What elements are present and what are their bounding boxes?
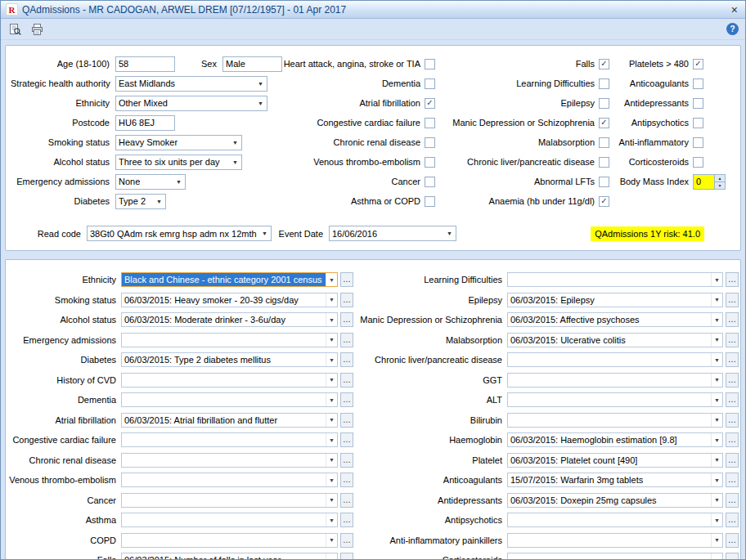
falls-history-dropdown[interactable]: 06/03/2015: Number of falls in last year… — [121, 553, 338, 560]
checkbox-anti-inflammatory[interactable] — [693, 137, 703, 148]
asthma-ellipsis-button[interactable]: … — [340, 513, 353, 527]
chronic-liver-pancreatic-disease-ellipsis-button[interactable]: … — [726, 352, 739, 367]
checkbox-congestive-cardiac-failure[interactable] — [425, 118, 435, 128]
postcode-input[interactable]: HU6 8EJ — [115, 115, 175, 131]
antidepressants-ellipsis-button[interactable]: … — [726, 493, 739, 508]
platelet-ellipsis-button[interactable]: … — [726, 453, 739, 468]
chronic-liver-pancreatic-disease-history-dropdown[interactable]: ▼ — [507, 352, 723, 367]
epilepsy-ellipsis-button[interactable]: … — [726, 293, 739, 307]
anaemia-hb-under-11g-dl-label: Anaemia (hb under 11g/dl) — [489, 196, 599, 206]
checkbox-platelets-480[interactable]: ✓ — [693, 59, 703, 69]
congestive-cardiac-failure-history-dropdown[interactable]: ▼ — [121, 432, 338, 447]
ethnicity-dropdown[interactable]: Other Mixed▼ — [115, 96, 267, 111]
falls-ellipsis-button[interactable]: … — [340, 553, 353, 560]
checkbox-asthma-or-copd[interactable] — [425, 196, 435, 207]
alt-history-dropdown[interactable]: ▼ — [507, 392, 723, 407]
ethnicity-ellipsis-button[interactable]: … — [340, 272, 353, 287]
history-of-cvd-ellipsis-button[interactable]: … — [340, 373, 353, 388]
age-18-100-input[interactable]: 58 — [115, 56, 175, 72]
event-date-dropdown[interactable]: 16/06/2016 ▼ — [329, 226, 456, 241]
malabsorption-ellipsis-button[interactable]: … — [726, 333, 739, 347]
alt-ellipsis-button[interactable]: … — [726, 392, 739, 407]
smoking-status-dropdown[interactable]: Heavy Smoker▼ — [115, 135, 242, 150]
emergency-admissions-dropdown[interactable]: None▼ — [115, 174, 186, 190]
history-row-diabetes: Diabetes06/03/2015: Type 2 diabetes mell… — [9, 352, 353, 368]
alcohol-status-history-value: 06/03/2015: Moderate drinker - 3-6u/day — [122, 313, 326, 326]
haemoglobin-ellipsis-button[interactable]: … — [726, 432, 739, 447]
spinner-up-icon[interactable]: ▲ — [715, 175, 725, 181]
asthma-history-dropdown[interactable]: ▼ — [121, 513, 338, 527]
history-of-cvd-history-dropdown[interactable]: ▼ — [121, 373, 338, 388]
atrial-fibrillation-history-dropdown[interactable]: 06/03/2015: Atrial fibrillation and flut… — [121, 413, 338, 428]
close-button[interactable]: × — [729, 4, 740, 16]
checkbox-chronic-renal-disease[interactable] — [425, 137, 435, 148]
chevron-down-icon: ▼ — [326, 553, 337, 560]
checkbox-anticoagulants[interactable] — [693, 78, 703, 89]
smoking-status-history-dropdown[interactable]: 06/03/2015: Heavy smoker - 20-39 cigs/da… — [121, 293, 338, 307]
checkbox-antidepressants[interactable] — [693, 98, 703, 109]
learning-difficulties-history-dropdown[interactable]: ▼ — [507, 272, 723, 287]
checkbox-atrial-fibrillation[interactable]: ✓ — [425, 98, 435, 109]
print-preview-button[interactable] — [5, 20, 25, 38]
alcohol-status-history-dropdown[interactable]: 06/03/2015: Moderate drinker - 3-6u/day▼ — [121, 312, 338, 327]
smoking-status-ellipsis-button[interactable]: … — [340, 293, 353, 307]
anti-inflammatory-painkillers-history-dropdown[interactable]: ▼ — [507, 533, 723, 548]
antipsychotics-history-dropdown[interactable]: ▼ — [507, 513, 723, 527]
venous-thrombo-embolism-ellipsis-button[interactable]: … — [340, 473, 353, 487]
manic-depression-or-schizophrenia-history-dropdown[interactable]: 06/03/2015: Affective psychoses▼ — [507, 312, 723, 327]
ggt-ellipsis-button[interactable]: … — [726, 373, 739, 388]
copd-history-dropdown[interactable]: ▼ — [121, 533, 338, 548]
print-icon — [30, 23, 44, 36]
learning-difficulties-ellipsis-button[interactable]: … — [726, 272, 739, 287]
app-logo-icon: R — [6, 3, 18, 16]
alcohol-status-ellipsis-button[interactable]: … — [340, 312, 353, 327]
alcohol-status-dropdown[interactable]: Three to six units per day▼ — [115, 155, 242, 170]
copd-ellipsis-button[interactable]: … — [340, 533, 353, 548]
anticoagulants-ellipsis-button[interactable]: … — [726, 473, 739, 487]
chronic-renal-disease-ellipsis-button[interactable]: … — [340, 453, 353, 468]
manic-depression-or-schizophrenia-ellipsis-button[interactable]: … — [726, 312, 739, 327]
checkbox-corticosteroids[interactable] — [693, 157, 703, 168]
checkbox-dementia[interactable] — [425, 78, 435, 89]
read-code-dropdown[interactable]: 38Gt0 QAdm rsk emrg hsp adm nx 12mth ▼ — [87, 226, 272, 241]
epilepsy-history-dropdown[interactable]: 06/03/2015: Epilepsy▼ — [507, 293, 723, 307]
malabsorption-history-dropdown[interactable]: 06/03/2015: Ulcerative colitis▼ — [507, 333, 723, 347]
diabetes-history-dropdown[interactable]: 06/03/2015: Type 2 diabetes mellitus▼ — [121, 352, 338, 367]
dementia-ellipsis-button[interactable]: … — [340, 392, 353, 407]
atrial-fibrillation-ellipsis-button[interactable]: … — [340, 413, 353, 428]
venous-thrombo-embolism-history-dropdown[interactable]: ▼ — [121, 473, 338, 487]
strategic-health-authority-dropdown[interactable]: East Midlands▼ — [115, 76, 267, 92]
bilirubin-history-dropdown[interactable]: ▼ — [507, 413, 723, 428]
antipsychotics-ellipsis-button[interactable]: … — [726, 513, 739, 527]
checkbox-heart-attack-angina-stroke-or-tia[interactable] — [425, 59, 435, 69]
dementia-history-dropdown[interactable]: ▼ — [121, 392, 338, 407]
checkbox-antipsychotics[interactable] — [693, 118, 703, 128]
ggt-history-dropdown[interactable]: ▼ — [507, 373, 723, 388]
corticosteroids-history-dropdown[interactable]: ▼ — [507, 553, 723, 560]
spinner-down-icon[interactable]: ▼ — [715, 181, 725, 189]
chronic-renal-disease-history-dropdown[interactable]: ▼ — [121, 453, 338, 468]
corticosteroids-ellipsis-button[interactable]: … — [726, 553, 739, 560]
bilirubin-ellipsis-button[interactable]: … — [726, 413, 739, 428]
haemoglobin-history-dropdown[interactable]: 06/03/2015: Haemoglobin estimation [9.8]… — [507, 432, 723, 447]
antidepressants-history-label: Antidepressants — [357, 495, 507, 505]
cancer-ellipsis-button[interactable]: … — [340, 493, 353, 508]
print-button[interactable] — [27, 20, 47, 38]
checkbox-venous-thrombo-embolism[interactable] — [425, 157, 435, 168]
help-button[interactable]: ? — [726, 23, 739, 35]
body-mass-index-input[interactable]: 0▲▼ — [693, 174, 726, 190]
emergency-admissions-history-dropdown[interactable]: ▼ — [121, 333, 338, 347]
diabetes-dropdown[interactable]: Type 2▼ — [115, 194, 166, 209]
platelet-history-dropdown[interactable]: 06/03/2015: Platelet count [490]▼ — [507, 453, 723, 468]
congestive-cardiac-failure-ellipsis-button[interactable]: … — [340, 432, 353, 447]
checkbox-cancer[interactable] — [425, 177, 435, 187]
history-row-manic-depression-or-schizophrenia: Manic Depression or Schizophrenia06/03/2… — [357, 311, 739, 328]
cancer-history-dropdown[interactable]: ▼ — [121, 493, 338, 508]
ethnicity-history-dropdown[interactable]: Black and Chinese - ethnic category 2001… — [121, 272, 338, 287]
diabetes-ellipsis-button[interactable]: … — [340, 352, 353, 367]
anticoagulants-history-dropdown[interactable]: 15/07/2015: Warfarin 3mg tablets▼ — [507, 473, 723, 487]
emergency-admissions-ellipsis-button[interactable]: … — [340, 333, 353, 347]
checkbox-anaemia-hb-under-11g-dl[interactable]: ✓ — [599, 196, 609, 207]
anti-inflammatory-painkillers-ellipsis-button[interactable]: … — [726, 533, 739, 548]
antidepressants-history-dropdown[interactable]: 06/03/2015: Doxepin 25mg capsules▼ — [507, 493, 723, 508]
